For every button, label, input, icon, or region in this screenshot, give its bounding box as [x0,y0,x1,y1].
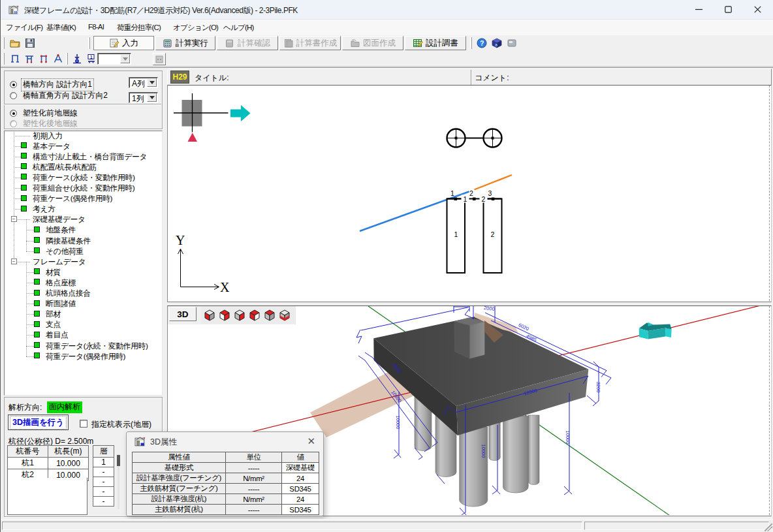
combo-dropdown-button[interactable] [147,78,157,87]
tree-item-19[interactable]: 支点 [46,320,61,329]
layer-table-cell[interactable]: - [93,477,114,487]
frame-type-1-button[interactable] [8,52,22,65]
menu-item-2[interactable]: 基準値(K) [46,23,76,33]
radio-direction-1-label[interactable]: 橋軸方向 設計方向1 [22,79,93,91]
f8-viewer-button[interactable]: 8 [490,37,503,50]
menu-item-1[interactable]: ファイル(F) [6,23,42,33]
tree-item-8[interactable]: 考え方 [33,204,55,213]
view-cube-left[interactable] [204,309,215,321]
create-drawing-button: 図面作成 [342,36,403,50]
view-3d-button[interactable]: 3D [169,307,197,321]
layer-scrollbar-thumb[interactable] [117,455,120,466]
tree-item-16[interactable]: 杭頭格点接合 [46,289,91,298]
draw-3d-button[interactable]: 3D描画を行う [8,415,69,430]
attribute-window[interactable]: 3D属性 ✕ 属性値単位値基礎形式-----深礎基礎設計基準強度(フーチング)N… [126,431,324,516]
combo-dropdown-button[interactable] [147,93,157,102]
toolbar-grip[interactable] [3,37,5,49]
tree-item-4[interactable]: 杭配置/杭長/杭配筋 [33,163,96,172]
window-tool-button[interactable] [505,37,518,50]
help-button[interactable]: ? [475,37,488,50]
tree-item-10[interactable]: 地盤条件 [46,225,76,234]
numbering-tool-button[interactable]: 1 [84,52,98,65]
analysis-direction-label: 解析方向: [8,402,42,413]
view-cube-top[interactable] [264,309,276,321]
maximize-button[interactable] [713,0,743,19]
frame-type-2-button[interactable] [22,52,36,65]
tree-item-14[interactable]: 材質 [46,268,61,277]
tree-item-7[interactable]: 荷重ケース(偶発作用時) [33,194,112,203]
toolbar-grip[interactable] [88,37,90,49]
pile-display-checkbox[interactable] [80,420,87,428]
toolbar-grip[interactable] [66,53,68,65]
pile-table-empty-area [7,478,87,515]
layer-table-cell[interactable]: 1 [93,458,114,467]
tree-item-20[interactable]: 着目点 [46,330,68,339]
support-tool-button[interactable] [70,52,84,65]
radio-layer-before[interactable] [10,110,17,117]
open-file-button[interactable] [8,37,22,50]
pile-table-cell[interactable]: 10.000 [48,458,89,469]
close-button[interactable] [742,0,772,19]
attribute-table: 属性値単位値基礎形式-----深礎基礎設計基準強度(フーチング)N/mm²24主… [132,452,319,515]
tree-item-icon [21,174,27,180]
toolbar-grip[interactable] [470,37,472,49]
selection-combo[interactable] [97,53,131,65]
toolbar-button-label: 計算確認 [238,38,270,49]
pile-table-cell[interactable]: 杭1 [8,458,48,469]
minimize-icon [695,6,702,13]
layer-table-cell[interactable]: - [93,497,114,507]
col-combo[interactable]: 1列 [129,92,158,103]
radio-direction-2-label[interactable]: 橋軸直角方向 設計方向2 [23,90,108,101]
design-record-button[interactable]: 設計調書 [405,36,466,50]
axis-x-label: X [220,280,230,294]
menu-item-4[interactable]: 荷重分担率(C) [117,23,161,33]
tree-item-2[interactable]: 基本データ [33,142,71,151]
toolbar-button-label: 設計調書 [426,38,458,49]
resize-grip[interactable] [765,524,772,531]
frame-type-3-button[interactable] [37,52,50,65]
tree-item-icon [34,332,40,337]
tree-expander[interactable]: − [11,258,17,264]
view-cube-topright[interactable] [219,309,230,321]
tree-item-21[interactable]: 荷重データ(永続・変動作用時) [46,341,148,351]
tree-item-17[interactable]: 断面諸値 [46,299,76,308]
run-calculation-button[interactable]: 計算実行 [155,36,215,50]
attribute-window-close[interactable]: ✕ [307,435,315,447]
radio-direction-2[interactable] [10,92,17,99]
save-button[interactable] [23,37,37,50]
menu-item-5[interactable]: オプション(O) [173,23,218,33]
dimension-label: 2000 [483,306,495,312]
tree-item-18[interactable]: 部材 [46,309,61,319]
view-cube-right[interactable] [234,309,245,321]
view-cube-bottom[interactable] [279,309,291,321]
menu-item-3[interactable]: F8-AI [88,23,104,31]
layer-table-cell[interactable]: - [93,487,114,497]
tree-item-1[interactable]: 初期入力 [33,131,63,140]
attribute-table-cell: ----- [226,505,282,515]
tree-item-5[interactable]: 荷重ケース(永続・変動作用時) [33,173,135,182]
menu-item-6[interactable]: ヘルプ(H) [223,23,253,33]
tree-item-6[interactable]: 荷重組合せ(永続・変動作用時) [33,183,134,193]
combo-dropdown-button[interactable] [120,54,130,63]
canvas-2d[interactable]: 1 2 3 1 2 1 2 Y X [167,85,772,302]
tree-item-icon [21,185,27,191]
tree-item-9[interactable]: 深礎基礎データ [33,215,86,224]
view-cube-topleft[interactable] [249,309,260,321]
h29-badge: H29 [170,70,189,84]
input-mode-button[interactable]: 入力 [93,36,154,50]
frame-type-4-button[interactable] [51,52,65,65]
tree-item-12[interactable]: その他荷重 [46,247,84,256]
layer-table-cell[interactable]: - [93,467,114,477]
tree-item-15[interactable]: 格点座標 [46,278,76,287]
radio-direction-1[interactable] [10,81,17,88]
tree-item-11[interactable]: 隣接基礎条件 [46,236,91,245]
radio-layer-before-label[interactable]: 塑性化前地層線 [23,108,78,119]
pile-display-checkbox-label[interactable]: 指定杭表示(地層) [91,419,151,430]
tree-expander[interactable]: − [11,216,17,222]
tree-item-22[interactable]: 荷重データ(偶発作用時) [46,352,125,361]
tree-item-13[interactable]: フレームデータ [33,257,86,266]
tree-item-3[interactable]: 構造寸法/上載土・橋台背面データ [33,152,147,161]
minimize-button[interactable] [684,0,714,19]
row-combo[interactable]: A列 [129,77,158,88]
toolbar-grip[interactable] [3,53,5,65]
